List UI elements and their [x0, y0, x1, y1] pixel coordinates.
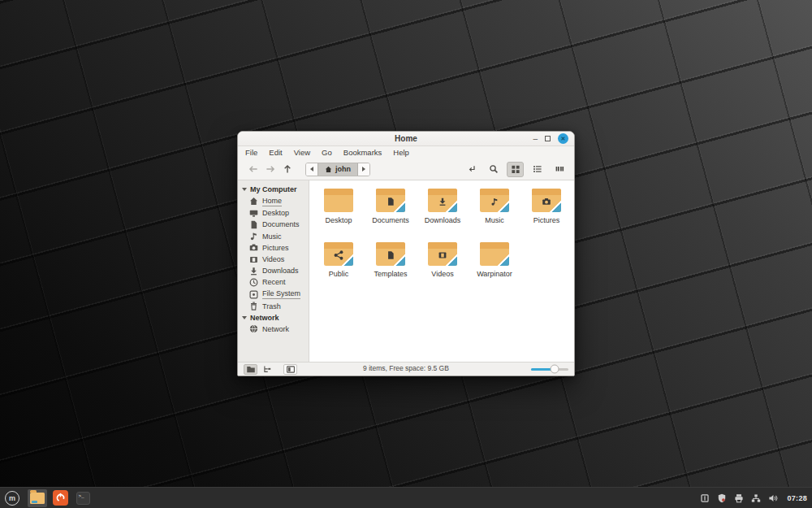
sidebar-section-my-computer[interactable]: My Computer: [238, 184, 309, 195]
file-item-downloads[interactable]: Downloads: [417, 185, 469, 239]
teal-corner-emblem: [498, 254, 509, 266]
menu-edit[interactable]: Edit: [269, 148, 282, 157]
close-button[interactable]: ✕: [558, 133, 568, 144]
disk-icon: [249, 290, 258, 299]
file-label: Videos: [431, 270, 453, 278]
terminal-launcher[interactable]: >_: [73, 489, 93, 507]
file-item-templates[interactable]: Templates: [365, 239, 417, 293]
zoom-slider[interactable]: [531, 365, 568, 374]
grid-view-button[interactable]: [507, 162, 524, 177]
sidebar-item-file-system[interactable]: File System: [238, 289, 309, 301]
sidebar-item-pictures[interactable]: Pictures: [238, 242, 309, 254]
up-button[interactable]: [279, 162, 296, 176]
desktop-wallpaper[interactable]: Home – ✕ FileEditViewGoBookmarksHelp joh…: [0, 0, 812, 508]
forward-button[interactable]: [261, 162, 279, 176]
file-item-music[interactable]: Music: [469, 185, 520, 239]
folder-icon: [532, 189, 561, 212]
maximize-button[interactable]: [545, 136, 551, 141]
minimize-button[interactable]: –: [533, 135, 538, 143]
terminal-icon: >_: [76, 492, 90, 505]
sidebar-toggle-button[interactable]: [283, 364, 297, 375]
sidebar-item-label: Desktop: [262, 209, 289, 217]
xapp-status-icon[interactable]: [700, 493, 710, 503]
menu-view[interactable]: View: [294, 148, 310, 157]
file-label: Pictures: [533, 216, 560, 224]
sidebar-item-music[interactable]: Music: [238, 231, 309, 242]
system-tray: 07:28: [700, 493, 807, 503]
file-item-desktop[interactable]: Desktop: [313, 185, 365, 239]
menu-help[interactable]: Help: [393, 148, 409, 157]
folder-icon: [480, 189, 509, 212]
window-titlebar[interactable]: Home – ✕: [238, 132, 574, 146]
sidebar-item-label: Recent: [262, 278, 286, 286]
network-tray-icon[interactable]: [751, 493, 761, 503]
sidebar-item-home[interactable]: Home: [238, 195, 309, 207]
clock-icon: [249, 278, 258, 287]
teal-corner-emblem: [342, 254, 353, 266]
menu-file[interactable]: File: [245, 148, 257, 157]
sidebar-item-label: Trash: [262, 302, 281, 310]
folder-icon: [428, 242, 457, 266]
sidebar-item-documents[interactable]: Documents: [238, 219, 309, 230]
file-item-videos[interactable]: Videos: [417, 239, 469, 293]
sidebar-item-label: Home: [262, 197, 282, 206]
sidebar-item-label: Documents: [262, 220, 300, 228]
teal-corner-emblem: [498, 201, 509, 212]
sidebar-item-network[interactable]: Network: [238, 323, 309, 335]
file-item-pictures[interactable]: Pictures: [520, 185, 572, 239]
sidebar-item-downloads[interactable]: Downloads: [238, 265, 309, 276]
sidebar-item-label: Network: [262, 325, 289, 333]
menu-button[interactable]: m: [5, 491, 19, 506]
zoom-slider-knob[interactable]: [550, 365, 559, 374]
sidebar-item-label: Music: [262, 232, 282, 241]
folder-icon: [480, 242, 509, 266]
location-entry-icon: [467, 164, 477, 174]
volume-icon[interactable]: [768, 493, 778, 503]
folder-icon: [376, 189, 405, 212]
window-title: Home: [238, 134, 574, 143]
file-manager-taskbar-button[interactable]: [28, 489, 47, 507]
compact-view-button[interactable]: [551, 162, 568, 177]
sidebar-item-recent[interactable]: Recent: [238, 276, 309, 288]
places-toggle-button[interactable]: [244, 364, 257, 375]
menu-go[interactable]: Go: [322, 148, 332, 157]
taskbar-clock[interactable]: 07:28: [787, 494, 807, 502]
file-label: Public: [329, 270, 349, 278]
sidebar-item-label: File System: [262, 289, 300, 299]
back-button[interactable]: [244, 162, 261, 176]
search-button[interactable]: [485, 162, 502, 177]
file-item-public[interactable]: Public: [313, 239, 365, 293]
folder-icon: [428, 189, 457, 212]
path-prev-button[interactable]: [306, 163, 317, 176]
arrow-left-icon: [248, 164, 258, 174]
collapse-triangle-icon: [242, 188, 247, 191]
path-bar: john: [305, 163, 370, 176]
trash-icon: [249, 302, 258, 310]
teal-corner-emblem: [446, 254, 457, 266]
toggle-location-entry-button[interactable]: [463, 162, 480, 177]
path-next-button[interactable]: [358, 163, 369, 176]
sidebar-item-desktop[interactable]: Desktop: [238, 207, 309, 219]
printer-icon[interactable]: [734, 493, 744, 503]
power-swirl-icon: [53, 490, 68, 506]
folder-icon: [324, 242, 353, 266]
collapse-triangle-icon: [242, 316, 247, 319]
path-segment-home[interactable]: john: [317, 163, 358, 176]
list-view-button[interactable]: [529, 162, 546, 177]
sidebar-item-label: Videos: [262, 255, 284, 263]
orange-app-launcher[interactable]: [50, 489, 70, 507]
sidebar-item-trash[interactable]: Trash: [238, 301, 309, 312]
file-grid: DesktopDocumentsDownloadsMusicPicturesPu…: [309, 180, 574, 362]
treeview-toggle-button[interactable]: [260, 364, 274, 375]
folder-icon: [30, 493, 45, 504]
list-icon: [533, 164, 542, 174]
shield-update-icon[interactable]: [717, 493, 727, 503]
file-item-warpinator[interactable]: Warpinator: [469, 239, 520, 293]
home-icon: [325, 166, 332, 173]
path-segment-label: john: [335, 165, 351, 173]
file-item-documents[interactable]: Documents: [365, 185, 417, 239]
arrow-right-icon: [266, 164, 275, 174]
menu-bookmarks[interactable]: Bookmarks: [343, 148, 382, 157]
sidebar-section-network[interactable]: Network: [238, 312, 309, 323]
sidebar-item-videos[interactable]: Videos: [238, 254, 309, 265]
